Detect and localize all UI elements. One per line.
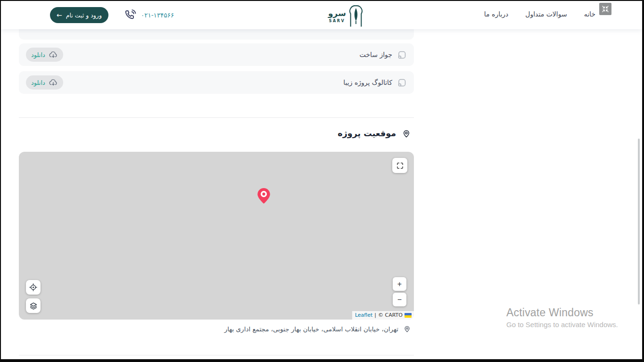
- phone-link[interactable]: ۰۲۱-۱۳۴۵۶۶: [124, 8, 174, 21]
- document-row-catalog: کاتالوگ پروژه زیبا دانلود: [19, 71, 414, 94]
- attribution-separator: |: [374, 312, 376, 318]
- left-arrow-icon: ←: [57, 11, 62, 19]
- layers-button[interactable]: [26, 298, 41, 313]
- document-label: جواز ساخت: [360, 51, 392, 58]
- activate-windows-watermark: Activate Windows Go to Settings to activ…: [506, 306, 618, 329]
- nav-about[interactable]: درباره ما: [484, 10, 508, 18]
- map-attribution: Leaflet | © CARTO: [352, 311, 414, 320]
- zoom-in-button[interactable]: +: [393, 277, 406, 291]
- nav-home[interactable]: خانه: [584, 10, 595, 18]
- cypress-tree-logo-icon: [348, 4, 363, 27]
- address-text: تهران، خیابان انقلاب اسلامی، خیابان بهار…: [224, 325, 398, 333]
- document-row-partial: [19, 28, 414, 40]
- document-row-permit: جواز ساخت دانلود: [19, 43, 414, 66]
- download-button[interactable]: دانلود: [26, 48, 63, 62]
- section-title: موقعیت پروژه: [338, 129, 396, 138]
- login-register-label: ورود و ثبت نام: [66, 12, 102, 19]
- document-scroll-icon: [397, 78, 407, 88]
- leaflet-link[interactable]: Leaflet: [355, 312, 372, 318]
- download-label: دانلود: [31, 51, 45, 58]
- page: ورود و ثبت نام ← ۰۲۱-۱۳۴۵۶۶ سرو SARV: [0, 0, 644, 362]
- phone-icon: [124, 8, 137, 21]
- locate-button[interactable]: [26, 280, 41, 295]
- logo-latin-name: SARV: [329, 19, 345, 23]
- fullscreen-button[interactable]: [392, 158, 407, 173]
- map-marker-icon[interactable]: [257, 188, 270, 204]
- header: ورود و ثبت نام ← ۰۲۱-۱۳۴۵۶۶ سرو SARV: [1, 1, 642, 29]
- ukraine-flag-icon: [405, 313, 412, 318]
- main-nav: خانه سوالات متداول درباره ما: [484, 10, 595, 18]
- map[interactable]: + − Leaflet | © CARTO: [19, 152, 414, 320]
- activate-windows-line2: Go to Settings to activate Windows.: [506, 321, 618, 329]
- compress-arrows-icon[interactable]: [599, 3, 611, 15]
- nav-faq[interactable]: سوالات متداول: [525, 10, 567, 18]
- login-register-button[interactable]: ورود و ثبت نام ←: [50, 7, 108, 23]
- carto-attribution: © CARTO: [378, 312, 403, 318]
- activate-windows-line1: Activate Windows: [506, 306, 618, 319]
- document-scroll-icon: [397, 50, 407, 60]
- address-row: تهران، خیابان انقلاب اسلامی، خیابان بهار…: [224, 325, 411, 333]
- scrollbar-thumb[interactable]: [638, 139, 640, 304]
- divider: [19, 355, 414, 355]
- divider: [19, 117, 414, 118]
- logo[interactable]: سرو SARV: [328, 4, 363, 27]
- phone-number: ۰۲۱-۱۳۴۵۶۶: [141, 11, 174, 19]
- document-label: کاتالوگ پروژه زیبا: [343, 79, 392, 86]
- location-pin-icon: [402, 129, 411, 138]
- logo-persian-name: سرو: [328, 8, 346, 19]
- address-pin-icon: [403, 325, 411, 333]
- download-button[interactable]: دانلود: [26, 75, 63, 90]
- logo-wordmark: سرو SARV: [328, 8, 346, 24]
- zoom-out-button[interactable]: −: [393, 293, 406, 306]
- section-title-row: موقعیت پروژه: [338, 129, 411, 138]
- cloud-download-icon: [49, 50, 58, 59]
- cloud-download-icon: [49, 78, 58, 87]
- download-label: دانلود: [31, 79, 45, 86]
